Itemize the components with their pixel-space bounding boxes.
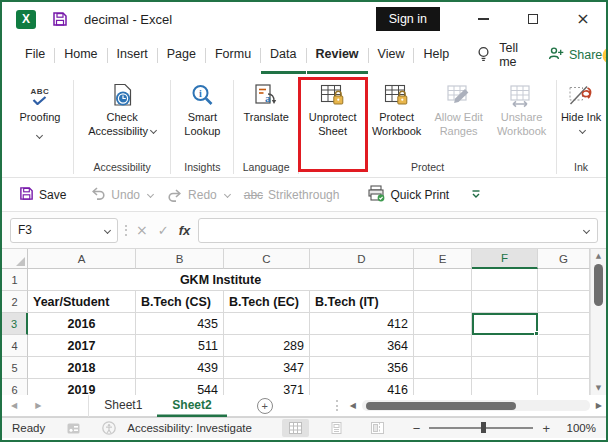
qat-customize-button[interactable] <box>464 190 488 199</box>
column-header-A[interactable]: A <box>28 249 136 269</box>
zoom-level[interactable]: 100% <box>560 422 596 434</box>
translate-button[interactable]: a Translate <box>236 77 296 156</box>
cell-F1[interactable] <box>472 269 538 291</box>
row-header-4[interactable]: 4 <box>2 335 28 357</box>
cell-E1[interactable] <box>414 269 472 291</box>
tab-help[interactable]: Help <box>414 36 458 74</box>
column-header-F[interactable]: F <box>472 249 538 269</box>
cell-B2[interactable]: B.Tech (CS) <box>136 291 224 313</box>
cell-C5[interactable]: 347 <box>224 357 310 379</box>
cell-B5[interactable]: 439 <box>136 357 224 379</box>
tab-insert[interactable]: Insert <box>108 36 157 74</box>
cell-C2[interactable]: B.Tech (EC) <box>224 291 310 313</box>
row-header-2[interactable]: 2 <box>2 291 28 313</box>
feedback-smiley-icon[interactable] <box>602 47 608 64</box>
cell-E3[interactable] <box>414 313 472 335</box>
scroll-right-icon[interactable]: ▶ <box>596 401 602 410</box>
vertical-scrollbar[interactable]: ▲ ▼ <box>590 249 606 395</box>
cell-E5[interactable] <box>414 357 472 379</box>
name-box[interactable]: F3 <box>10 218 118 243</box>
cell-E4[interactable] <box>414 335 472 357</box>
expand-formula-bar-icon[interactable] <box>583 226 590 233</box>
hide-ink-button[interactable]: Hide Ink <box>559 77 603 156</box>
protect-workbook-button[interactable]: Protect Workbook <box>365 77 429 156</box>
insert-function-button[interactable]: fx <box>179 223 191 238</box>
minimize-button[interactable] <box>476 12 490 26</box>
sheet-nav-left-icon[interactable]: ◀ <box>2 401 26 410</box>
page-layout-view-button[interactable] <box>323 419 350 437</box>
accessibility-status[interactable]: Accessibility: Investigate <box>127 422 252 434</box>
horizontal-scrollbar-track[interactable] <box>362 400 590 411</box>
unprotect-sheet-button[interactable]: Unprotect Sheet <box>301 77 365 156</box>
column-header-E[interactable]: E <box>414 249 472 269</box>
cell-A2[interactable]: Year/Student <box>28 291 136 313</box>
cell-D2[interactable]: B.Tech (IT) <box>310 291 414 313</box>
sheet-tab-sheet2[interactable]: Sheet2 <box>157 395 226 417</box>
sheet-nav-right-icon[interactable]: ▶ <box>26 401 50 410</box>
check-accessibility-button[interactable]: Check Accessibility <box>76 77 169 156</box>
page-break-preview-button[interactable] <box>364 419 391 437</box>
cell-E2[interactable] <box>414 291 472 313</box>
scroll-left-icon[interactable]: ◀ <box>350 401 356 410</box>
vertical-scrollbar-thumb[interactable] <box>594 264 603 306</box>
close-button[interactable]: × <box>576 12 590 26</box>
column-header-G[interactable]: G <box>538 249 590 269</box>
cell-A3[interactable]: 2016 <box>28 313 136 335</box>
cell-B6[interactable]: 544 <box>136 379 224 395</box>
cell-D5[interactable]: 356 <box>310 357 414 379</box>
column-header-C[interactable]: C <box>224 249 310 269</box>
column-header-B[interactable]: B <box>136 249 224 269</box>
cell-A1[interactable]: GKM Institute <box>28 269 414 291</box>
cell-A5[interactable]: 2018 <box>28 357 136 379</box>
scroll-up-icon[interactable]: ▲ <box>596 252 601 260</box>
cell-F3[interactable] <box>472 313 538 335</box>
cell-C4[interactable]: 289 <box>224 335 310 357</box>
cell-B4[interactable]: 511 <box>136 335 224 357</box>
zoom-slider[interactable] <box>429 427 533 428</box>
cell-E6[interactable] <box>414 379 472 395</box>
row-header-3[interactable]: 3 <box>2 313 28 335</box>
smart-lookup-button[interactable]: i Smart Lookup <box>173 77 231 156</box>
save-icon[interactable] <box>52 11 68 27</box>
normal-view-button[interactable] <box>282 419 309 437</box>
cell-G5[interactable] <box>538 357 590 379</box>
cell-G3[interactable] <box>538 313 590 335</box>
qat-quick-print-button[interactable]: Quick Print <box>360 185 456 205</box>
scrollbar-resize-handle[interactable] <box>336 400 338 411</box>
row-header-1[interactable]: 1 <box>2 269 28 291</box>
cell-D4[interactable]: 364 <box>310 335 414 357</box>
cell-F6[interactable] <box>472 379 538 395</box>
horizontal-scrollbar-thumb[interactable] <box>366 402 516 410</box>
macro-recording-icon[interactable] <box>67 423 80 434</box>
cell-C3[interactable] <box>224 313 310 335</box>
share-button[interactable]: Share <box>548 46 602 64</box>
zoom-out-button[interactable]: − <box>413 421 421 436</box>
horizontal-scrollbar[interactable]: ◀ ▶ <box>336 400 606 411</box>
maximize-button[interactable] <box>526 12 540 26</box>
cell-F2[interactable] <box>472 291 538 313</box>
sign-in-button[interactable]: Sign in <box>376 7 440 31</box>
cell-G1[interactable] <box>538 269 590 291</box>
new-sheet-button[interactable]: + <box>257 398 273 414</box>
cell-F5[interactable] <box>472 357 538 379</box>
cell-D6[interactable]: 416 <box>310 379 414 395</box>
tab-page[interactable]: Page <box>158 36 205 74</box>
proofing-button[interactable]: ABC Proofing <box>9 77 71 156</box>
cell-A4[interactable]: 2017 <box>28 335 136 357</box>
select-all-button[interactable] <box>2 249 28 269</box>
qat-save-button[interactable]: Save <box>12 186 73 204</box>
tab-file[interactable]: File <box>16 36 54 74</box>
cell-G4[interactable] <box>538 335 590 357</box>
cell-G6[interactable] <box>538 379 590 395</box>
tab-home[interactable]: Home <box>55 36 106 74</box>
tab-view[interactable]: View <box>369 36 414 74</box>
accessibility-checker-icon[interactable] <box>102 421 117 435</box>
cell-A6[interactable]: 2019 <box>28 379 136 395</box>
row-header-5[interactable]: 5 <box>2 357 28 379</box>
tab-formu[interactable]: Formu <box>206 36 260 74</box>
tab-data[interactable]: Data <box>261 36 305 74</box>
sheet-tab-sheet1[interactable]: Sheet1 <box>89 395 157 417</box>
row-header-6[interactable]: 6 <box>2 379 28 395</box>
cell-D3[interactable]: 412 <box>310 313 414 335</box>
column-header-D[interactable]: D <box>310 249 414 269</box>
